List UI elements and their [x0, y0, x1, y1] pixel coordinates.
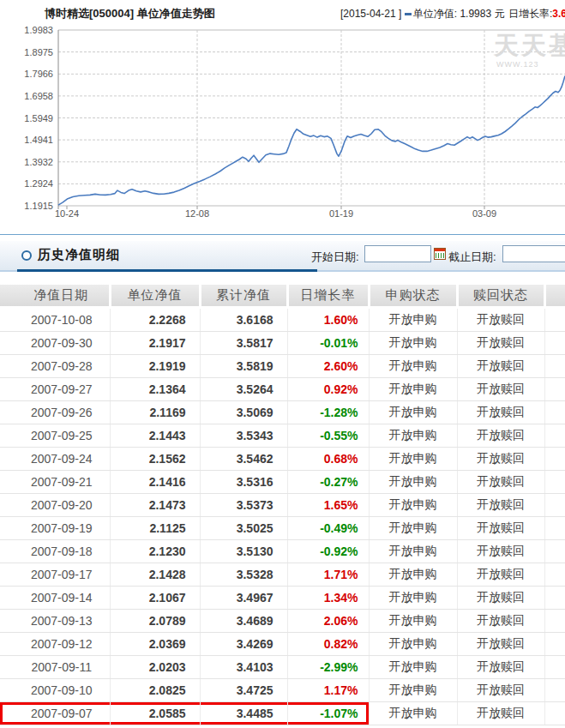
cell-purchase-status: 开放申购 — [369, 610, 457, 633]
y-axis-label: 1.9983 — [0, 25, 53, 35]
cell-date: 2007-09-10 — [0, 679, 110, 702]
cell-date: 2007-10-08 — [0, 308, 110, 332]
section-underline-active — [17, 269, 317, 272]
cell-redeem-status: 开放赎回 — [457, 401, 544, 424]
table-row: 2007-09-272.13643.52640.92%开放申购开放赎回 — [0, 378, 565, 401]
cell-empty — [544, 471, 565, 494]
cell-nav: 2.0585 — [110, 702, 200, 725]
cell-nav: 2.1416 — [110, 471, 200, 494]
cell-purchase-status: 开放申购 — [369, 517, 457, 540]
cell-purchase-status: 开放申购 — [369, 332, 457, 355]
cell-purchase-status: 开放申购 — [369, 355, 457, 378]
cell-empty — [544, 494, 565, 517]
cell-nav: 2.1364 — [110, 378, 200, 401]
x-axis-label: 01-19 — [324, 208, 358, 219]
legend-unit: 元 — [494, 8, 504, 20]
cell-acc-nav: 3.5462 — [200, 448, 287, 471]
cell-date: 2007-09-26 — [0, 401, 110, 424]
cell-redeem-status: 开放赎回 — [457, 332, 544, 355]
nav-history-table: 净值日期单位净值累计净值日增长率申购状态赎回状态 2007-10-082.226… — [0, 285, 565, 725]
cell-empty — [544, 702, 565, 725]
cell-date: 2007-09-19 — [0, 517, 110, 540]
growth-value: 3.6 — [552, 8, 565, 20]
cell-redeem-status: 开放赎回 — [457, 702, 544, 725]
cell-empty — [544, 679, 565, 702]
cell-purchase-status: 开放申购 — [369, 471, 457, 494]
cell-redeem-status: 开放赎回 — [457, 587, 544, 610]
cell-growth: -0.01% — [287, 332, 369, 355]
cell-nav: 2.1473 — [110, 494, 200, 517]
netvalue-line — [58, 75, 565, 205]
cell-date: 2007-09-28 — [0, 355, 110, 378]
table-row: 2007-09-212.14163.5316-0.27%开放申购开放赎回 — [0, 471, 565, 494]
table-row: 2007-09-122.03693.42690.82%开放申购开放赎回 — [0, 633, 565, 656]
cell-empty — [544, 563, 565, 587]
y-axis-label: 1.5949 — [0, 113, 53, 123]
cell-date: 2007-09-21 — [0, 471, 110, 494]
cell-redeem-status: 开放赎回 — [457, 355, 544, 378]
legend-label: 单位净值: — [413, 8, 457, 20]
cell-acc-nav: 3.5069 — [200, 401, 287, 424]
table-header-row: 净值日期单位净值累计净值日增长率申购状态赎回状态 — [0, 285, 565, 308]
cell-purchase-status: 开放申购 — [369, 633, 457, 656]
cell-purchase-status: 开放申购 — [369, 702, 457, 725]
cell-acc-nav: 3.4689 — [200, 610, 287, 633]
cell-acc-nav: 3.5373 — [200, 494, 287, 517]
cell-empty — [544, 378, 565, 401]
cell-growth: 1.34% — [287, 587, 369, 610]
cell-redeem-status: 开放赎回 — [457, 494, 544, 517]
table-row: 2007-09-112.02033.4103-2.99%开放申购开放赎回 — [0, 656, 565, 679]
cell-redeem-status: 开放赎回 — [457, 517, 544, 540]
calendar-icon[interactable] — [434, 248, 446, 260]
table-row: 2007-09-172.14283.53281.71%开放申购开放赎回 — [0, 563, 565, 587]
table-row: 2007-10-082.22683.61681.60%开放申购开放赎回 — [0, 308, 565, 332]
x-axis-label: 10-24 — [50, 208, 84, 219]
end-date-input[interactable] — [502, 245, 565, 262]
x-axis-label: 12-08 — [180, 208, 214, 219]
y-axis-label: 1.3932 — [0, 157, 53, 167]
start-date-input[interactable] — [364, 245, 431, 262]
cell-acc-nav: 3.5130 — [200, 540, 287, 563]
y-axis-label: 1.8975 — [0, 47, 53, 57]
table-row: 2007-09-302.19173.5817-0.01%开放申购开放赎回 — [0, 332, 565, 355]
cell-purchase-status: 开放申购 — [369, 308, 457, 332]
cell-redeem-status: 开放赎回 — [457, 656, 544, 679]
cell-nav: 2.1562 — [110, 448, 200, 471]
cell-acc-nav: 3.5328 — [200, 563, 287, 587]
daily-growth-readout: 日增长率:3.6 — [508, 7, 565, 21]
cell-nav: 2.1917 — [110, 332, 200, 355]
cell-redeem-status: 开放赎回 — [457, 308, 544, 332]
y-axis-label: 1.7966 — [0, 69, 53, 79]
cell-growth: -0.27% — [287, 471, 369, 494]
cell-acc-nav: 3.4967 — [200, 587, 287, 610]
table-row: 2007-09-142.10673.49671.34%开放申购开放赎回 — [0, 587, 565, 610]
table-row: 2007-09-282.19193.58192.60%开放申购开放赎回 — [0, 355, 565, 378]
table-row: 2007-09-132.07893.46892.06%开放申购开放赎回 — [0, 610, 565, 633]
cell-redeem-status: 开放赎回 — [457, 471, 544, 494]
cell-growth: -1.07% — [287, 702, 369, 725]
cell-acc-nav: 3.5264 — [200, 378, 287, 401]
cell-empty — [544, 540, 565, 563]
cell-acc-nav: 3.5025 — [200, 517, 287, 540]
cell-growth: 1.60% — [287, 308, 369, 332]
cell-date: 2007-09-18 — [0, 540, 110, 563]
cell-purchase-status: 开放申购 — [369, 424, 457, 448]
table-row: 2007-09-202.14733.53731.65%开放申购开放赎回 — [0, 494, 565, 517]
table-row: 2007-09-192.11253.5025-0.49%开放申购开放赎回 — [0, 517, 565, 540]
section-divider — [0, 234, 565, 235]
column-header: 赎回状态 — [457, 285, 544, 308]
cell-growth: 1.71% — [287, 563, 369, 587]
cell-redeem-status: 开放赎回 — [457, 378, 544, 401]
cell-empty — [544, 424, 565, 448]
cell-growth: 2.06% — [287, 610, 369, 633]
history-section-bar: 历史净值明细 开始日期: 截止日期: — [0, 241, 565, 270]
cell-nav: 2.0825 — [110, 679, 200, 702]
cell-purchase-status: 开放申购 — [369, 679, 457, 702]
column-header: 日增长率 — [287, 285, 369, 308]
cell-acc-nav: 3.5819 — [200, 355, 287, 378]
cell-acc-nav: 3.5817 — [200, 332, 287, 355]
cell-acc-nav: 3.6168 — [200, 308, 287, 332]
cell-date: 2007-09-25 — [0, 424, 110, 448]
cell-date: 2007-09-17 — [0, 563, 110, 587]
cell-purchase-status: 开放申购 — [369, 540, 457, 563]
